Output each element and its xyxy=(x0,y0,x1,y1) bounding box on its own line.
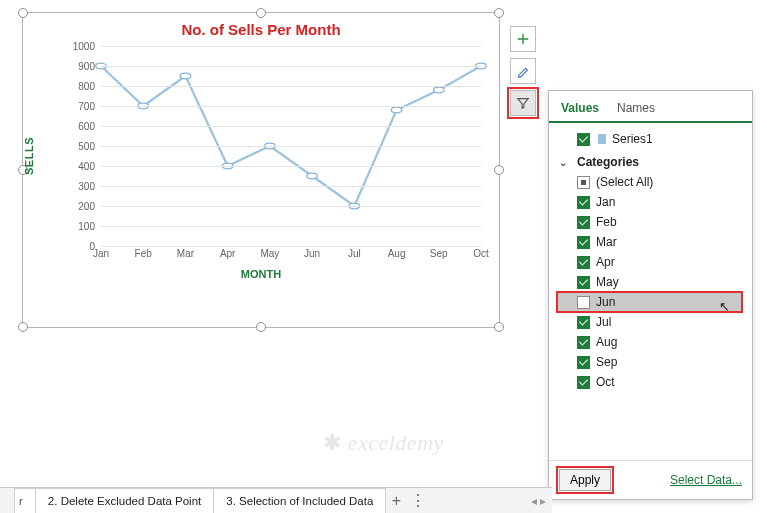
gridline xyxy=(101,46,481,47)
series-color-swatch xyxy=(598,134,606,144)
svg-point-7 xyxy=(391,107,402,113)
checkbox-icon[interactable] xyxy=(577,336,590,349)
sheet-tab-label: r xyxy=(19,495,23,507)
checkbox-icon[interactable] xyxy=(577,376,590,389)
category-item[interactable]: Oct xyxy=(557,372,748,392)
svg-point-8 xyxy=(433,87,444,93)
category-label: May xyxy=(596,275,619,289)
category-item[interactable]: Feb xyxy=(557,212,748,232)
checkbox-icon[interactable] xyxy=(577,216,590,229)
chart-filter-button[interactable] xyxy=(510,90,536,116)
resize-handle[interactable] xyxy=(18,8,28,18)
y-tick-label: 300 xyxy=(71,181,95,192)
category-item[interactable]: Sep xyxy=(557,352,748,372)
cursor-icon: ↖ xyxy=(719,299,730,314)
y-tick-label: 200 xyxy=(71,201,95,212)
y-tick-label: 0 xyxy=(71,241,95,252)
sheet-tab[interactable]: 3. Selection of Included Data xyxy=(213,488,386,513)
watermark: exceldemy xyxy=(323,430,444,456)
x-tick-label: Jul xyxy=(348,248,361,259)
x-axis: JanFebMarAprMayJunJulAugSepOct xyxy=(101,248,481,266)
checkbox-icon[interactable] xyxy=(577,176,590,189)
resize-handle[interactable] xyxy=(18,322,28,332)
brush-icon xyxy=(516,64,530,78)
sheet-menu-button[interactable]: ⋮ xyxy=(407,488,429,513)
y-tick-label: 100 xyxy=(71,221,95,232)
categories-group-header[interactable]: ⌄ Categories xyxy=(557,149,748,172)
checkbox-icon[interactable] xyxy=(577,256,590,269)
x-tick-label: Oct xyxy=(473,248,489,259)
checkbox-icon[interactable] xyxy=(577,133,590,146)
gridline xyxy=(101,206,481,207)
sheet-tab-bar: r 2. Delete Excluded Data Point 3. Selec… xyxy=(0,487,552,513)
chart-styles-button[interactable] xyxy=(510,58,536,84)
x-tick-label: Feb xyxy=(135,248,152,259)
chart-filter-panel: Values Names Series1 ⌄ Categories (Selec… xyxy=(548,90,753,500)
new-sheet-button[interactable]: + xyxy=(385,488,407,513)
resize-handle[interactable] xyxy=(494,165,504,175)
category-label: Jul xyxy=(596,315,611,329)
x-tick-label: Sep xyxy=(430,248,448,259)
x-axis-title[interactable]: MONTH xyxy=(23,268,499,280)
plus-icon: + xyxy=(392,492,401,510)
checkbox-icon[interactable] xyxy=(577,356,590,369)
category-label: Jun xyxy=(596,295,615,309)
apply-button[interactable]: Apply xyxy=(559,469,611,491)
category-item[interactable]: Jun↖ xyxy=(557,292,742,312)
category-item[interactable]: Aug xyxy=(557,332,748,352)
checkbox-icon[interactable] xyxy=(577,316,590,329)
filter-body[interactable]: Series1 ⌄ Categories (Select All) JanFeb… xyxy=(549,123,752,460)
category-label: Mar xyxy=(596,235,617,249)
resize-handle[interactable] xyxy=(256,8,266,18)
x-tick-label: Apr xyxy=(220,248,236,259)
checkbox-icon[interactable] xyxy=(577,236,590,249)
category-label: Oct xyxy=(596,375,615,389)
category-item[interactable]: Jul xyxy=(557,312,748,332)
gridline xyxy=(101,226,481,227)
select-all-row[interactable]: (Select All) xyxy=(557,172,748,192)
gridline xyxy=(101,186,481,187)
category-item[interactable]: Jan xyxy=(557,192,748,212)
chevron-down-icon: ⌄ xyxy=(559,157,571,168)
filter-icon xyxy=(516,96,530,110)
category-label: Apr xyxy=(596,255,615,269)
sheet-tab-label: 3. Selection of Included Data xyxy=(226,495,373,507)
category-label: Sep xyxy=(596,355,617,369)
category-item[interactable]: May xyxy=(557,272,748,292)
svg-point-5 xyxy=(307,173,318,179)
gridline xyxy=(101,146,481,147)
tab-names[interactable]: Names xyxy=(615,97,657,121)
y-tick-label: 600 xyxy=(71,121,95,132)
kebab-icon: ⋮ xyxy=(410,491,426,510)
gridline xyxy=(101,166,481,167)
checkbox-icon[interactable] xyxy=(577,196,590,209)
filter-tabs: Values Names xyxy=(549,91,752,123)
category-label: Aug xyxy=(596,335,617,349)
y-axis-title[interactable]: SELLS xyxy=(23,137,35,175)
chart-elements-button[interactable] xyxy=(510,26,536,52)
select-data-link[interactable]: Select Data... xyxy=(670,473,742,487)
categories-label: Categories xyxy=(577,155,639,169)
svg-point-2 xyxy=(180,73,191,79)
checkbox-icon[interactable] xyxy=(577,296,590,309)
sheet-tab[interactable]: 2. Delete Excluded Data Point xyxy=(35,488,214,513)
checkbox-icon[interactable] xyxy=(577,276,590,289)
y-tick-label: 400 xyxy=(71,161,95,172)
sheet-tab[interactable]: r xyxy=(14,488,36,513)
chart-frame[interactable]: No. of Sells Per Month SELLS 01002003004… xyxy=(22,12,500,328)
resize-handle[interactable] xyxy=(256,322,266,332)
category-item[interactable]: Mar xyxy=(557,232,748,252)
sheet-tab-label: 2. Delete Excluded Data Point xyxy=(48,495,201,507)
resize-handle[interactable] xyxy=(494,8,504,18)
tab-values[interactable]: Values xyxy=(559,97,601,123)
plot-area-wrap: SELLS 01002003004005006007008009001000 J… xyxy=(73,46,481,266)
plus-icon xyxy=(516,32,530,46)
series-item[interactable]: Series1 xyxy=(557,129,748,149)
category-item[interactable]: Apr xyxy=(557,252,748,272)
scroll-area[interactable]: ◂ ▸ xyxy=(429,488,552,513)
resize-handle[interactable] xyxy=(494,322,504,332)
y-tick-label: 1000 xyxy=(71,41,95,52)
plot-area[interactable]: 01002003004005006007008009001000 xyxy=(101,46,481,246)
category-label: Jan xyxy=(596,195,615,209)
gridline xyxy=(101,126,481,127)
